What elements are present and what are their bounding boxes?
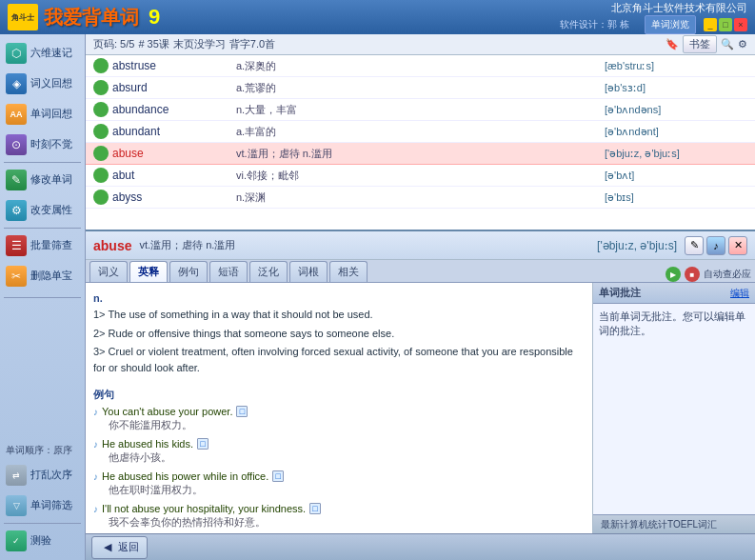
play-button[interactable]: ▶ <box>666 267 681 282</box>
status-dot <box>93 146 109 161</box>
sidebar-item-shijian[interactable]: ⊙ 时刻不觉 <box>0 130 85 160</box>
link-icon-0[interactable]: □ <box>236 406 248 417</box>
sidebar-item-ciyin[interactable]: ✂ 删隐单宝 <box>0 261 85 291</box>
sidebar-item-liuji[interactable]: ⬡ 六维速记 <box>0 38 85 69</box>
ciyin-icon: ✂ <box>6 266 27 287</box>
word-english: abuse <box>112 147 236 160</box>
content-area: 页码: 5/5 # 35课 末页没学习 背字7.0首 🔖 书签 🔍 ⚙ abst… <box>86 34 755 560</box>
notes-title: 单词批注 <box>599 286 641 300</box>
word-english: abundance <box>112 103 236 116</box>
tab-juju[interactable]: 例句 <box>169 261 208 282</box>
table-row-selected[interactable]: abuse vt.滥用；虐待 n.滥用 ['əbjuːz, ə'bjuːs] <box>86 143 755 165</box>
sidebar-item-ciyi[interactable]: ◈ 词义回想 <box>0 69 85 99</box>
tab-cigen[interactable]: 词根 <box>289 261 328 282</box>
sidebar-item-picha[interactable]: ☰ 批量筛查 <box>0 230 85 261</box>
info-bar-right: 🔖 书签 🔍 ⚙ <box>666 35 747 53</box>
close-button[interactable]: × <box>734 18 747 31</box>
sidebar-item-danci[interactable]: AA 单词回想 <box>0 99 85 130</box>
word-phonetic: [ə'bʌndənt] <box>605 126 747 138</box>
sidebar-item-dalu[interactable]: ⇄ 打乱次序 <box>0 460 85 490</box>
example-cn-0: 你不能滥用权力。 <box>93 418 585 432</box>
edit-word-button[interactable]: ✎ <box>685 236 704 255</box>
sidebar-item-xiugai[interactable]: ✎ 修改单词 <box>0 165 85 195</box>
example-title: 例句 <box>93 388 585 402</box>
link-icon-1[interactable]: □ <box>197 438 209 450</box>
example-cn-3: 我不会辜负你的热情招待和好意。 <box>93 515 585 530</box>
speaker-icon-2[interactable]: ♪ <box>93 471 98 482</box>
sidebar-divider-2 <box>4 228 81 229</box>
detail-content: n. 1> The use of something in a way that… <box>86 283 755 533</box>
status-dot <box>93 124 109 139</box>
danci-icon: AA <box>6 104 27 125</box>
speaker-icon-0[interactable]: ♪ <box>93 407 98 417</box>
sidebar-main-section: ⬡ 六维速记 ◈ 词义回想 AA 单词回想 ⊙ 时刻不觉 ✎ <box>0 38 85 291</box>
example-group-1: ♪ He abused his kids. □ 他虐待小孩。 <box>93 438 585 465</box>
sound-button[interactable]: ♪ <box>706 236 725 255</box>
bookmark-button[interactable]: 书签 <box>683 35 717 53</box>
xiugai-label: 修改单词 <box>30 173 72 186</box>
minimize-button[interactable]: _ <box>704 18 717 31</box>
status-dot <box>93 190 109 205</box>
app-logo: 角斗士 <box>8 4 38 30</box>
sidebar-divider-4 <box>4 523 81 524</box>
word-english: absurd <box>112 81 236 94</box>
sidebar-item-gai[interactable]: ⚙ 改变属性 <box>0 195 85 226</box>
tab-duanyu[interactable]: 短语 <box>209 261 248 282</box>
single-word-mode-btn[interactable]: 单词浏览 <box>645 15 696 34</box>
word-chinese: a.丰富的 <box>236 125 605 139</box>
word-chinese: vt.滥用；虐待 n.滥用 <box>236 147 605 161</box>
danci-label: 单词回想 <box>30 108 72 120</box>
table-row[interactable]: abut vi.邻接；毗邻 [ə'bʌt] <box>86 165 755 187</box>
word-phonetic: [æb'struːs] <box>605 60 747 72</box>
word-tabs: 词义 英释 例句 短语 泛化 词根 相关 ▶ ■ 自动查必应 <box>86 260 755 283</box>
tab-fanhua[interactable]: 泛化 <box>249 261 288 282</box>
sidebar-divider-3 <box>4 297 81 298</box>
tab-yingshi[interactable]: 英释 <box>129 261 168 282</box>
table-row[interactable]: absurd a.荒谬的 [əb'sɜːd] <box>86 77 755 99</box>
last-study: 末页没学习 <box>173 37 226 51</box>
back-button[interactable]: ◀ 返回 <box>91 536 148 559</box>
word-list: abstruse a.深奥的 [æb'struːs] absurd a.荒谬的 … <box>86 55 755 231</box>
notes-edit-button[interactable]: 编辑 <box>730 287 749 300</box>
settings-icon[interactable]: ⚙ <box>738 38 747 50</box>
word-english: abyss <box>112 190 236 204</box>
stop-button[interactable]: ■ <box>685 267 700 282</box>
gai-icon: ⚙ <box>6 200 27 221</box>
xiugai-icon: ✎ <box>6 170 27 190</box>
sidebar-item-ceshi[interactable]: ✓ 测验 <box>0 526 85 556</box>
ciyin-label: 删隐单宝 <box>30 270 72 282</box>
gai-label: 改变属性 <box>30 204 72 216</box>
table-row[interactable]: abstruse a.深奥的 [æb'struːs] <box>86 55 755 77</box>
word-phonetic: [ə'bɪs] <box>605 191 747 204</box>
auto-label: 自动查必应 <box>704 268 751 281</box>
link-icon-3[interactable]: □ <box>309 503 321 514</box>
window-controls: _ □ × <box>704 18 747 31</box>
example-cn-1: 他虐待小孩。 <box>93 450 585 465</box>
status-dot <box>93 102 109 117</box>
def-item-2: 2> Rude or offensive things that someone… <box>93 326 585 342</box>
tab-ciyi[interactable]: 词义 <box>89 261 128 282</box>
example-group-3: ♪ I'll not abuse your hospitality, your … <box>93 503 585 530</box>
word-chinese: n.大量，丰富 <box>236 103 605 117</box>
sidebar-bottom: 单词顺序：原序 ⇄ 打乱次序 ▽ 单词筛选 ✓ 测验 <box>0 441 85 556</box>
table-row[interactable]: abundant a.丰富的 [ə'bʌndənt] <box>86 121 755 143</box>
delete-word-button[interactable]: ✕ <box>728 236 747 255</box>
notes-content: 当前单词无批注。您可以编辑单词的批注。 <box>593 304 755 514</box>
sidebar-item-shaixuan[interactable]: ▽ 单词筛选 <box>0 490 85 521</box>
title-bar: 角斗士 我爱背单词 9 北京角斗士软件技术有限公司 软件设计：郭 栋 单词浏览 … <box>0 0 755 34</box>
tab-xiangguan[interactable]: 相关 <box>329 261 368 282</box>
notes-text: 当前单词无批注。您可以编辑单词的批注。 <box>599 310 745 336</box>
def-item-3: 3> Cruel or violent treatment, often inv… <box>93 344 585 375</box>
picha-label: 批量筛查 <box>30 239 72 251</box>
stats-label: 最新计算机统计TOEFL词汇 <box>601 518 717 531</box>
speaker-icon-3[interactable]: ♪ <box>93 504 98 514</box>
status-dot <box>93 168 109 183</box>
word-phonetic: [ə'bʌndəns] <box>605 104 747 116</box>
search-icon[interactable]: 🔍 <box>721 38 734 50</box>
maximize-button[interactable]: □ <box>719 18 732 31</box>
table-row[interactable]: abundance n.大量，丰富 [ə'bʌndəns] <box>86 99 755 121</box>
speaker-icon-1[interactable]: ♪ <box>93 439 98 450</box>
table-row[interactable]: abyss n.深渊 [ə'bɪs] <box>86 187 755 209</box>
word-chinese: a.深奥的 <box>236 59 605 73</box>
link-icon-2[interactable]: □ <box>272 470 284 482</box>
